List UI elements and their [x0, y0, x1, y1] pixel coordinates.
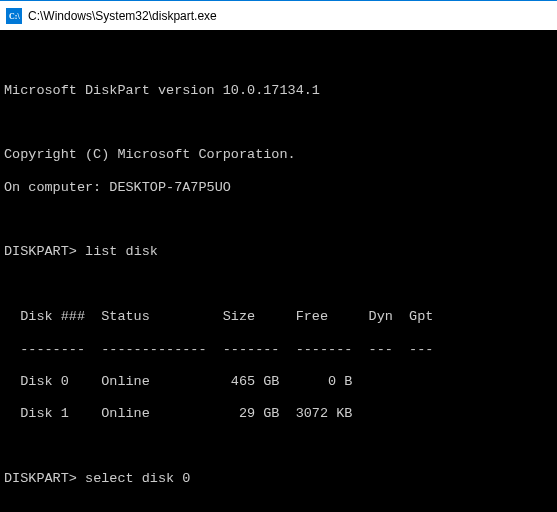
cmd-icon: C:\: [6, 8, 22, 24]
version-line: Microsoft DiskPart version 10.0.17134.1: [4, 83, 553, 99]
disk-table-header: Disk ### Status Size Free Dyn Gpt: [4, 309, 553, 325]
svg-text:C:\: C:\: [9, 12, 20, 21]
blank-line: [4, 115, 553, 131]
disk-table-divider: -------- ------------- ------- ------- -…: [4, 342, 553, 358]
command-input: list disk: [85, 244, 158, 259]
prompt-line: DISKPART> list disk: [4, 244, 553, 260]
prompt: DISKPART>: [4, 244, 77, 259]
computer-line: On computer: DESKTOP-7A7P5UO: [4, 180, 553, 196]
command-input: select disk 0: [85, 471, 190, 486]
copyright-line: Copyright (C) Microsoft Corporation.: [4, 147, 553, 163]
blank-line: [4, 277, 553, 293]
blank-line: [4, 50, 553, 66]
window-title: C:\Windows\System32\diskpart.exe: [28, 9, 217, 23]
blank-line: [4, 212, 553, 228]
window-titlebar[interactable]: C:\ C:\Windows\System32\diskpart.exe: [0, 0, 557, 30]
prompt-line: DISKPART> select disk 0: [4, 471, 553, 487]
blank-line: [4, 503, 553, 512]
terminal-output[interactable]: Microsoft DiskPart version 10.0.17134.1 …: [0, 30, 557, 512]
blank-line: [4, 439, 553, 455]
table-row: Disk 1 Online 29 GB 3072 KB: [4, 406, 553, 422]
table-row: Disk 0 Online 465 GB 0 B: [4, 374, 553, 390]
prompt: DISKPART>: [4, 471, 77, 486]
